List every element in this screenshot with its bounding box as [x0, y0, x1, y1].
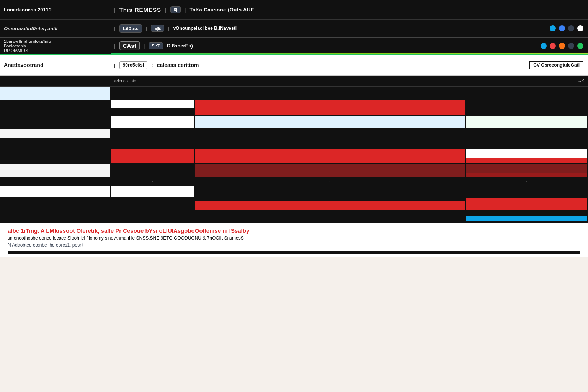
table-row	[0, 87, 588, 100]
table-row	[0, 186, 588, 198]
separator-icon-7: |	[114, 43, 116, 49]
cell-right	[466, 116, 588, 128]
header-right-text-3: D 8sberEs)	[167, 43, 193, 49]
separator-icon-6: |	[168, 26, 170, 31]
cell-mid2	[195, 164, 466, 177]
cell-left	[0, 116, 111, 128]
header-separator-colon: :	[151, 62, 153, 68]
table-row	[0, 211, 588, 222]
cell-mid1	[111, 129, 195, 138]
cell-right	[466, 149, 588, 163]
cell-left	[0, 164, 111, 177]
sub-header-right: →K	[466, 79, 588, 83]
header-right-text-1: TaKa Causone (Outs AUE	[189, 7, 254, 13]
dot-blue-1	[559, 25, 565, 31]
table-row	[0, 149, 588, 164]
cell-mid1	[111, 198, 195, 210]
separator-icon: |	[114, 7, 116, 13]
cell-mid2	[195, 211, 466, 221]
header-label-3c: RPlOlAMIRS	[4, 48, 107, 53]
cell-mid1	[111, 100, 195, 115]
header-left-4: Anettavootrand	[0, 60, 111, 70]
footer-line-3: N Adaobted otonbe fhd eorcs1, posrit	[8, 242, 580, 248]
cell-mid1: •	[111, 178, 195, 185]
table-row	[0, 198, 588, 211]
cell-right	[466, 211, 588, 221]
cell-left	[0, 186, 111, 197]
cell-mid2	[195, 87, 466, 100]
dot-teal-1	[550, 25, 556, 31]
table-section: • • •	[0, 87, 588, 222]
dot-red-1	[550, 43, 556, 49]
cell-left	[0, 149, 111, 163]
header-badge-2[interactable]: a|E	[151, 25, 164, 32]
cell-mid1	[111, 186, 195, 197]
cell-left	[0, 129, 111, 138]
separator-icon-4: |	[114, 26, 116, 31]
cell-right	[466, 87, 588, 100]
cell-mid2: •	[195, 178, 466, 185]
header-center-4: | 90ro5c6si : caleass cerittom	[111, 61, 466, 69]
cell-mid2	[195, 149, 466, 163]
header-center-text-2[interactable]: Lil0tss	[119, 24, 142, 33]
cell-mid1	[111, 116, 195, 128]
cell-mid2	[195, 129, 466, 138]
cell-mid1	[111, 139, 195, 149]
cell-right	[466, 198, 588, 210]
dot-orange-1	[559, 43, 565, 49]
separator-icon-5: |	[146, 26, 147, 31]
footer-bar	[8, 251, 580, 254]
header-row-1: Lonerleoness 2011? | This REMESS | 8| | …	[0, 0, 588, 20]
cell-right	[466, 164, 588, 177]
header-left-3: 1barowlhnd unilorz/lnio Bonlothenis RPlO…	[0, 38, 111, 54]
cell-left	[0, 198, 111, 210]
cell-left	[0, 211, 111, 221]
cell-mid1	[111, 149, 195, 163]
header-center-text-1: This REMESS	[119, 7, 161, 13]
footer-section: albc 1iTing. A LMlussoot Oleretik, salle…	[0, 222, 588, 257]
header-gosrc-badge[interactable]: 90ro5c6si	[119, 61, 147, 69]
header-badge-3[interactable]: 5|:T	[149, 42, 163, 49]
cell-right	[466, 139, 588, 149]
header-row-4: Anettavootrand | 90ro5c6si : caleass cer…	[0, 55, 588, 76]
header-center-1: | This REMESS | 8| | TaKa Causone (Outs …	[111, 6, 466, 13]
dot-teal-2	[541, 43, 547, 49]
cell-mid1	[111, 164, 195, 177]
header-center-3: | CAst | 5|:T D 8sberEs)	[111, 41, 466, 50]
header-right-2	[466, 25, 588, 31]
separator-icon-9: |	[114, 62, 116, 68]
header-right-3	[466, 43, 588, 49]
header-row-2: Omercoalint0nter, anill | Lil0tss | a|E …	[0, 20, 588, 38]
dot-white-1	[577, 25, 583, 31]
header-label-2: Omercoalint0nter, anill	[4, 26, 107, 31]
cell-right	[466, 186, 588, 197]
header-label-1: Lonerleoness 2011?	[4, 7, 107, 13]
table-row	[0, 129, 588, 139]
cell-mid1	[111, 211, 195, 221]
sub-header-label: azlenoaa oto	[114, 79, 136, 83]
separator-icon-8: |	[144, 43, 145, 49]
cell-right: •	[466, 178, 588, 185]
sub-header-row: azlenoaa oto →K	[0, 76, 588, 87]
green-accent-line	[111, 53, 588, 54]
header-label-4: Anettavootrand	[4, 62, 107, 68]
dot-green-1	[577, 43, 583, 49]
cell-left	[0, 87, 111, 100]
header-row-3: 1barowlhnd unilorz/lnio Bonlothenis RPlO…	[0, 38, 588, 55]
cell-mid2	[195, 116, 466, 128]
header-caleass-text: caleass cerittom	[157, 62, 199, 68]
footer-line-2: sn onoothosbe oonce lecace Slooh lel f l…	[8, 235, 580, 241]
header-cast-badge[interactable]: CAst	[119, 41, 140, 50]
header-center-2: | Lil0tss | a|E | vOnounpelacl bee B.fNa…	[111, 24, 466, 33]
cell-mid2	[195, 139, 466, 149]
header-far-right-text: CV OsrceongtuleGati	[529, 61, 583, 69]
cell-mid1	[111, 87, 195, 100]
table-row	[0, 116, 588, 129]
header-label-3b: Bonlothenis	[4, 44, 107, 48]
cell-right	[466, 129, 588, 138]
header-left-2: Omercoalint0nter, anill	[0, 24, 111, 33]
table-row	[0, 100, 588, 116]
header-badge-1[interactable]: 8|	[170, 6, 181, 13]
separator-icon-2: |	[165, 7, 167, 13]
cell-right	[466, 100, 588, 115]
